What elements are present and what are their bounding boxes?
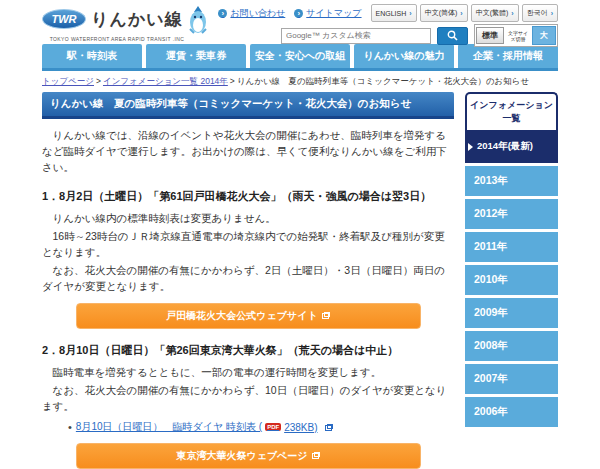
sidebar-item-2012[interactable]: 2012年	[465, 199, 558, 229]
site-title: りんかい線	[91, 8, 183, 31]
section-1-paragraph: 16時～23時台のＪＲ埼京線直通電車の埼京線内での始発駅・終着駅及び種別が変更と…	[42, 228, 454, 260]
language-switcher: ENGLISH 中文(简体) 中文(繁體) 한국어	[371, 4, 558, 22]
sitemap-link[interactable]: サイトマップ	[294, 7, 361, 20]
timetable-pdf-link[interactable]: 8月10日（日曜日） 臨時ダイヤ 時刻表 ( PDF 238KB)	[76, 420, 333, 434]
nav-attraction[interactable]: りんかい線の魅力	[354, 44, 454, 68]
chevron-right-icon	[551, 10, 553, 17]
nav-fares-tickets[interactable]: 運賃・乗車券	[146, 44, 246, 68]
pdf-icon: PDF	[265, 423, 281, 431]
circle-arrow-icon	[294, 9, 303, 18]
lang-chinese-traditional-button[interactable]: 中文(繁體)	[471, 4, 519, 22]
breadcrumb-home-link[interactable]: トップページ	[42, 76, 94, 86]
page: TWR りんかい線 TOKYO WATERFRONT AREA RAPID TR…	[42, 0, 558, 469]
twr-logo-badge: TWR	[42, 9, 86, 29]
sidebar-title: インフォメーション一覧	[465, 92, 558, 130]
header-search-bar: 標準 文字サイズ切替 大	[281, 24, 558, 47]
external-link-icon	[312, 452, 320, 459]
pdf-size-label: 238KB)	[284, 422, 317, 433]
chevron-right-icon	[511, 10, 513, 17]
sitemap-link-label: サイトマップ	[306, 7, 361, 20]
breadcrumb-current: りんかい線 夏の臨時列車等（コミックマーケット・花火大会）のお知らせ	[237, 76, 529, 86]
section-1-paragraph: なお、花火大会の開催の有無にかかわらず、2日（土曜日）・3日（日曜日）両日のダイ…	[42, 262, 454, 294]
font-size-large-button[interactable]: 大	[532, 26, 556, 45]
font-size-switcher: 標準 文字サイズ切替 大	[474, 24, 558, 47]
external-link-icon	[325, 424, 333, 431]
bullet-icon	[68, 421, 72, 433]
breadcrumb-parent-link[interactable]: インフォメーション一覧 2014年	[103, 76, 228, 86]
nav-stations-timetable[interactable]: 駅・時刻表	[42, 44, 142, 68]
section-2-paragraph: なお、花火大会の開催の有無にかかわらず、10日（日曜日）のダイヤが変更となります…	[42, 382, 454, 414]
lang-label: ENGLISH	[376, 10, 407, 17]
font-size-switch-label: 文字サイズ切替	[506, 30, 530, 42]
search-icon	[447, 30, 458, 41]
lang-label: 한국어	[527, 8, 548, 18]
lang-label: 中文(简体)	[425, 8, 458, 18]
section-2-heading: 2．8月10日（日曜日）「第26回東京湾大華火祭」（荒天の場合は中止）	[42, 343, 454, 358]
section-1-heading: 1．8月2日（土曜日）「第61回戸田橋花火大会」（雨天・強風の場合は翌3日）	[42, 189, 454, 204]
sidebar-item-2014[interactable]: 2014年(最新)	[465, 130, 558, 163]
button-label: 東京湾大華火祭ウェブページ	[176, 450, 307, 461]
intro-paragraph: りんかい線では、沿線のイベントや花火大会の開催にあわせ、臨時列車を増発するなど臨…	[42, 127, 454, 175]
sidebar-item-2011[interactable]: 2011年	[465, 232, 558, 262]
todabashi-fireworks-site-button[interactable]: 戸田橋花火大会公式ウェブサイト	[76, 303, 421, 329]
section-2-paragraph: 臨時電車を増発するとともに、一部の電車の運行時間を変更します。	[42, 364, 454, 380]
chevron-right-icon	[460, 10, 462, 17]
page-title: りんかい線 夏の臨時列車等（コミックマーケット・花火大会）のお知らせ	[42, 92, 454, 119]
main: りんかい線 夏の臨時列車等（コミックマーケット・花火大会）のお知らせ りんかい線…	[42, 92, 558, 469]
site-logo[interactable]: TWR りんかい線 TOKYO WATERFRONT AREA RAPID TR…	[42, 3, 208, 42]
sidebar-item-2006[interactable]: 2006年	[465, 397, 558, 427]
nav-corporate-recruit[interactable]: 企業・採用情報	[458, 44, 558, 68]
nav-safety[interactable]: 安全・安心への取組	[250, 44, 350, 68]
lang-korean-button[interactable]: 한국어	[522, 4, 558, 22]
header-utility-bar: お問い合わせ サイトマップ ENGLISH 中文(简体) 中文(繁體)	[218, 4, 558, 22]
sidebar-item-2013[interactable]: 2013年	[465, 166, 558, 196]
contact-link[interactable]: お問い合わせ	[218, 7, 285, 20]
font-size-standard-button[interactable]: 標準	[476, 27, 504, 44]
chevron-right-icon	[409, 10, 411, 17]
information-sidebar: インフォメーション一覧 2014年(最新) 2013年 2012年 2011年 …	[465, 92, 558, 427]
pdf-link-row: 8月10日（日曜日） 臨時ダイヤ 時刻表 ( PDF 238KB)	[68, 420, 454, 434]
circle-arrow-icon	[218, 9, 227, 18]
contact-link-label: お問い合わせ	[230, 7, 285, 20]
site-subtitle: TOKYO WATERFRONT AREA RAPID TRANSIT .INC	[42, 36, 192, 42]
lang-english-button[interactable]: ENGLISH	[371, 4, 417, 22]
section-1-paragraph: りんかい線内の標準時刻表は変更ありません。	[42, 210, 454, 226]
sidebar-item-2010[interactable]: 2010年	[465, 265, 558, 295]
breadcrumb-separator: >	[230, 76, 235, 86]
button-label: 戸田橋花火大会公式ウェブサイト	[166, 310, 317, 321]
sidebar-item-label: 2014年(最新)	[477, 140, 533, 153]
pdf-link-label: 8月10日（日曜日） 臨時ダイヤ 時刻表 (	[76, 420, 262, 434]
lang-chinese-simplified-button[interactable]: 中文(简体)	[420, 4, 468, 22]
global-nav: 駅・時刻表 運賃・乗車券 安全・安心への取組 りんかい線の魅力 企業・採用情報	[42, 44, 558, 71]
breadcrumb: トップページ>インフォメーション一覧 2014年>りんかい線 夏の臨時列車等（コ…	[42, 76, 558, 88]
sidebar-item-2008[interactable]: 2008年	[465, 331, 558, 361]
mascot-icon	[188, 5, 208, 35]
article: りんかい線 夏の臨時列車等（コミックマーケット・花火大会）のお知らせ りんかい線…	[42, 92, 454, 469]
lang-label: 中文(繁體)	[476, 8, 509, 18]
sidebar-item-2007[interactable]: 2007年	[465, 364, 558, 394]
tokyo-bay-fireworks-page-button[interactable]: 東京湾大華火祭ウェブページ	[76, 443, 421, 469]
external-link-icon	[322, 312, 330, 319]
breadcrumb-separator: >	[96, 76, 101, 86]
search-input[interactable]	[281, 28, 431, 44]
header: TWR りんかい線 TOKYO WATERFRONT AREA RAPID TR…	[42, 0, 558, 44]
search-button[interactable]	[437, 27, 468, 45]
arrow-right-icon	[468, 143, 473, 151]
sidebar-item-2009[interactable]: 2009年	[465, 298, 558, 328]
